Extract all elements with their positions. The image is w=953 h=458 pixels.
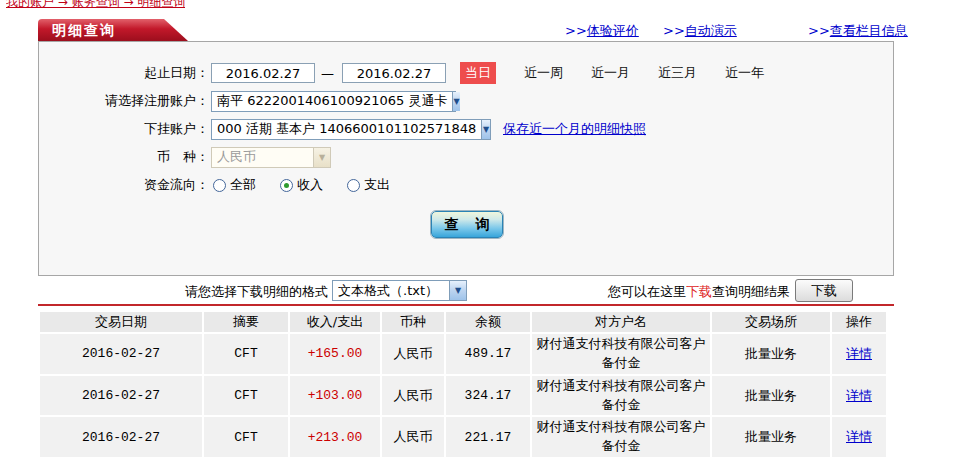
page-title: 明细查询 — [52, 22, 116, 38]
flow-option-income-label: 收入 — [297, 176, 323, 194]
currency-value: 人民币 — [212, 148, 313, 167]
cell-date: 2016-02-27 — [40, 334, 202, 374]
cell-date: 2016-02-27 — [40, 376, 202, 416]
page: 我的账户 → 账务查询 → 明细查询 明细查询 >>体验评价 >>自动演示 >>… — [0, 0, 953, 458]
download-hint-suffix: 查询明细结果 — [712, 284, 790, 299]
register-account-value: 南平 6222001406100921065 灵通卡 — [212, 92, 452, 111]
cell-venue: 批量业务 — [712, 376, 830, 416]
date-to-input[interactable] — [342, 63, 446, 83]
flow-option-all-label: 全部 — [230, 176, 256, 194]
download-format-select[interactable]: 文本格式（.txt） ▼ — [332, 280, 467, 301]
fund-flow-row: 资金流向： 全部 收入 支出 — [39, 174, 390, 196]
table-row: 2016-02-27 CFT +103.00 人民币 324.17 财付通支付科… — [40, 376, 886, 416]
currency-label: 币 种： — [39, 148, 209, 166]
link-experience-rating[interactable]: >>体验评价 — [565, 22, 639, 40]
col-header-amount: 收入/支出 — [290, 312, 380, 332]
fund-flow-label: 资金流向： — [39, 176, 209, 194]
tab-detail-query: 明细查询 — [38, 19, 188, 41]
quick-range-3months[interactable]: 近三月 — [658, 64, 697, 82]
sub-account-row: 下挂账户： 000 活期 基本户 1406600101102571848 ▼ 保… — [39, 118, 646, 140]
link-column-info[interactable]: >>查看栏目信息 — [808, 22, 908, 40]
cell-summary: CFT — [204, 417, 288, 457]
cell-balance: 324.17 — [446, 376, 530, 416]
download-button[interactable]: 下载 — [795, 279, 853, 302]
date-range-label: 起止日期： — [39, 64, 209, 82]
link-label: 查看栏目信息 — [830, 23, 908, 38]
quick-range-year[interactable]: 近一年 — [725, 64, 764, 82]
breadcrumb: 我的账户 → 账务查询 → 明细查询 — [6, 0, 185, 8]
date-from-input[interactable] — [211, 63, 315, 83]
sub-account-value: 000 活期 基本户 1406600101102571848 — [212, 120, 481, 139]
table-row: 2016-02-27 CFT +165.00 人民币 489.17 财付通支付科… — [40, 334, 886, 374]
quick-range-month[interactable]: 近一月 — [591, 64, 630, 82]
chevron-down-icon: ▼ — [313, 148, 330, 167]
cell-summary: CFT — [204, 376, 288, 416]
save-snapshot-link[interactable]: 保存近一个月的明细快照 — [503, 120, 646, 138]
sub-account-label: 下挂账户： — [39, 120, 209, 138]
link-label: 自动演示 — [685, 23, 737, 38]
col-header-venue: 交易场所 — [712, 312, 830, 332]
chevron-down-icon: ▼ — [449, 281, 466, 300]
col-header-counterparty: 对方户名 — [532, 312, 710, 332]
download-format-value: 文本格式（.txt） — [333, 281, 449, 300]
download-hint: 您可以在这里下载查询明细结果 — [608, 283, 790, 301]
download-format-label: 请您选择下载明细的格式 — [185, 283, 328, 301]
col-header-date: 交易日期 — [40, 312, 202, 332]
download-hint-link[interactable]: 下载 — [686, 284, 712, 299]
radio-expense-icon[interactable] — [347, 179, 360, 192]
currency-select: 人民币 ▼ — [211, 147, 331, 168]
register-account-label: 请选择注册账户： — [39, 92, 209, 110]
link-auto-demo[interactable]: >>自动演示 — [663, 22, 737, 40]
query-form-panel: 起止日期： — 当日 近一周 近一月 近三月 近一年 请选择注册账户： 南平 6… — [38, 41, 894, 276]
cell-currency: 人民币 — [382, 334, 444, 374]
cell-counterparty: 财付通支付科技有限公司客户备付金 — [532, 376, 710, 416]
table-header-row: 交易日期 摘要 收入/支出 币种 余额 对方户名 交易场所 操作 — [40, 312, 886, 332]
link-prefix: >> — [663, 23, 685, 38]
cell-venue: 批量业务 — [712, 417, 830, 457]
col-header-summary: 摘要 — [204, 312, 288, 332]
col-header-balance: 余额 — [446, 312, 530, 332]
cell-venue: 批量业务 — [712, 334, 830, 374]
cell-balance: 221.17 — [446, 417, 530, 457]
cell-counterparty: 财付通支付科技有限公司客户备付金 — [532, 417, 710, 457]
transactions-table: 交易日期 摘要 收入/支出 币种 余额 对方户名 交易场所 操作 2016-02… — [38, 310, 888, 458]
link-prefix: >> — [808, 23, 830, 38]
date-separator: — — [321, 66, 334, 81]
date-range-row: 起止日期： — 当日 近一周 近一月 近三月 近一年 — [39, 62, 764, 84]
download-hint-prefix: 您可以在这里 — [608, 284, 686, 299]
breadcrumb-text[interactable]: 我的账户 → 账务查询 → 明细查询 — [6, 0, 185, 8]
register-account-row: 请选择注册账户： 南平 6222001406100921065 灵通卡 ▼ — [39, 90, 456, 112]
detail-link[interactable]: 详情 — [846, 388, 872, 403]
cell-currency: 人民币 — [382, 376, 444, 416]
flow-option-expense[interactable]: 支出 — [347, 176, 390, 194]
chevron-down-icon: ▼ — [452, 92, 459, 111]
table-divider — [38, 304, 894, 306]
flow-option-all[interactable]: 全部 — [213, 176, 256, 194]
cell-amount: +103.00 — [290, 376, 380, 416]
currency-row: 币 种： 人民币 ▼ — [39, 146, 331, 168]
cell-date: 2016-02-27 — [40, 417, 202, 457]
flow-option-expense-label: 支出 — [364, 176, 390, 194]
quick-range-week[interactable]: 近一周 — [524, 64, 563, 82]
link-label: 体验评价 — [587, 23, 639, 38]
detail-link[interactable]: 详情 — [846, 429, 872, 444]
col-header-action: 操作 — [832, 312, 886, 332]
chevron-down-icon: ▼ — [481, 120, 490, 139]
table-row: 2016-02-27 CFT +213.00 人民币 221.17 财付通支付科… — [40, 417, 886, 457]
register-account-select[interactable]: 南平 6222001406100921065 灵通卡 ▼ — [211, 91, 456, 112]
quick-range-today[interactable]: 当日 — [460, 62, 496, 84]
radio-income-icon[interactable] — [280, 179, 293, 192]
cell-counterparty: 财付通支付科技有限公司客户备付金 — [532, 334, 710, 374]
radio-all-icon[interactable] — [213, 179, 226, 192]
link-prefix: >> — [565, 23, 587, 38]
cell-amount: +165.00 — [290, 334, 380, 374]
detail-link[interactable]: 详情 — [846, 346, 872, 361]
cell-balance: 489.17 — [446, 334, 530, 374]
query-button[interactable]: 查 询 — [431, 211, 503, 238]
sub-account-select[interactable]: 000 活期 基本户 1406600101102571848 ▼ — [211, 119, 491, 140]
cell-currency: 人民币 — [382, 417, 444, 457]
col-header-currency: 币种 — [382, 312, 444, 332]
cell-summary: CFT — [204, 334, 288, 374]
flow-option-income[interactable]: 收入 — [280, 176, 323, 194]
cell-amount: +213.00 — [290, 417, 380, 457]
